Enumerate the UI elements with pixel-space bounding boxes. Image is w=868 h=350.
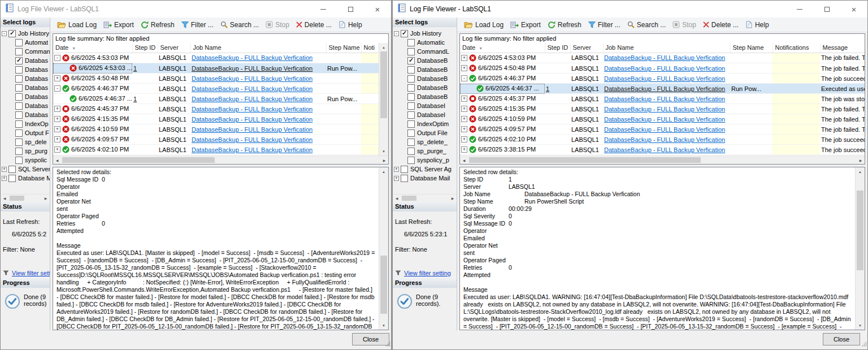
job-name-link[interactable]: DatabaseBackup - FULL Backup Verfication: [604, 65, 725, 72]
log-row[interactable]: +6/6/2025 4:15:35 PMLABSQL1DatabaseBacku…: [460, 104, 865, 114]
log-row[interactable]: +6/6/2025 4:50:48 PMLABSQL1DatabaseBacku…: [53, 74, 379, 84]
column-header-job[interactable]: Job Name: [190, 43, 326, 53]
job-name-link[interactable]: DatabaseBackup - FULL Backup Verfication: [604, 85, 725, 92]
tree-item[interactable]: +Database M: [1, 174, 50, 183]
scroll-track[interactable]: [61, 156, 380, 164]
toolbar-delete-button[interactable]: Delete ...: [293, 20, 335, 30]
collapse-icon[interactable]: -: [461, 75, 467, 81]
expand-icon[interactable]: +: [461, 65, 467, 71]
tree-item[interactable]: Output File: [393, 128, 457, 137]
expand-icon[interactable]: +: [2, 176, 7, 181]
tree-item[interactable]: Databas: [1, 65, 50, 74]
close-dialog-button[interactable]: Close: [823, 333, 860, 345]
view-filter-settings-link[interactable]: View filter sett: [12, 270, 50, 276]
checkbox[interactable]: [407, 148, 415, 155]
toolbar-load-log-button[interactable]: Load Log: [461, 20, 507, 30]
job-name-link[interactable]: DatabaseBackup - FULL Backup Verfication: [192, 116, 313, 123]
checkbox[interactable]: [407, 120, 415, 128]
log-row[interactable]: +6/6/2025 4:50:48 PMLABSQL1DatabaseBacku…: [460, 63, 865, 74]
tree-item[interactable]: +SQL Server Ag: [393, 165, 457, 174]
checkbox[interactable]: [401, 175, 408, 182]
scroll-right-icon[interactable]: ▶: [42, 196, 50, 200]
tree-item[interactable]: +Database Mail: [393, 174, 457, 183]
tree-item[interactable]: +SQL Server: [1, 165, 50, 174]
log-row[interactable]: +6/6/2025 4:02:10 PMLABSQL1DatabaseBacku…: [53, 145, 379, 155]
grid-horizontal-scrollbar[interactable]: ◀▶: [53, 155, 388, 164]
tree-item[interactable]: sp_delete_: [393, 137, 457, 146]
scroll-down-icon[interactable]: ▼: [856, 321, 865, 330]
column-header-server[interactable]: Server: [158, 43, 190, 53]
expand-icon[interactable]: +: [2, 167, 7, 172]
column-header-stepname[interactable]: Step Name: [730, 43, 772, 53]
log-row[interactable]: +6/6/2025 4:02:10 PMLABSQL1DatabaseBacku…: [460, 135, 865, 145]
minimize-button[interactable]: [310, 1, 337, 18]
column-header-stepname[interactable]: Step Name: [326, 43, 361, 53]
checkbox[interactable]: [15, 57, 23, 64]
toolbar-export-button[interactable]: Export: [100, 20, 137, 30]
checkbox[interactable]: [15, 84, 23, 92]
expand-icon[interactable]: +: [54, 75, 60, 81]
collapse-icon[interactable]: -: [2, 31, 7, 36]
toolbar-export-button[interactable]: Export: [507, 20, 544, 30]
resize-grip[interactable]: [385, 339, 390, 349]
toolbar-help-button[interactable]: Help: [335, 20, 366, 30]
checkbox[interactable]: [8, 175, 16, 182]
tree-item[interactable]: DatabaseB: [393, 74, 457, 83]
checkbox[interactable]: [15, 93, 23, 101]
tree-item[interactable]: Output F: [1, 128, 50, 137]
details-vertical-scrollbar[interactable]: ▲▼: [855, 167, 865, 330]
checkbox[interactable]: [407, 157, 415, 164]
toolbar-filter-button[interactable]: Filter ...: [178, 20, 217, 30]
log-row[interactable]: +6/6/2025 4:53:03 PMLABSQL1DatabaseBacku…: [460, 53, 865, 63]
log-row[interactable]: +6/6/2025 4:09:57 PMLABSQL1DatabaseBacku…: [53, 135, 379, 145]
job-name-link[interactable]: DatabaseBackup - FULL Backup Verfication: [192, 146, 313, 153]
checkbox[interactable]: [401, 166, 408, 173]
tree-item[interactable]: sp_dele: [1, 137, 50, 146]
tree-item[interactable]: DatabaseB: [393, 56, 457, 65]
checkbox[interactable]: [15, 48, 23, 55]
tree-item[interactable]: IndexOp: [1, 119, 50, 128]
tree-item[interactable]: Databas: [1, 83, 50, 92]
job-name-link[interactable]: DatabaseBackup - FULL Backup Verfication: [192, 75, 313, 82]
scroll-track[interactable]: [401, 195, 449, 202]
expand-icon[interactable]: +: [461, 96, 467, 102]
maximize-button[interactable]: [337, 1, 364, 18]
expand-icon[interactable]: +: [54, 136, 60, 142]
column-header-date[interactable]: Date▼: [53, 43, 132, 53]
job-name-link[interactable]: DatabaseBackup - FULL Backup Verfication: [192, 96, 313, 102]
checkbox[interactable]: [407, 129, 415, 137]
toolbar-refresh-button[interactable]: Refresh: [137, 20, 178, 30]
scroll-up-icon[interactable]: ▲: [379, 43, 388, 51]
checkbox[interactable]: [15, 120, 23, 128]
checkbox[interactable]: [8, 30, 16, 37]
log-row[interactable]: -6/6/2025 4:46:37 PMLABSQL1DatabaseBacku…: [460, 74, 865, 84]
tree-item[interactable]: syspolicy_p: [393, 155, 457, 165]
expand-icon[interactable]: +: [461, 106, 467, 112]
toolbar-search-button[interactable]: Search ...: [624, 20, 669, 30]
grid-horizontal-scrollbar[interactable]: ◀▶: [460, 155, 865, 164]
expand-icon[interactable]: +: [54, 146, 60, 153]
toolbar-delete-button[interactable]: Delete ...: [700, 20, 742, 30]
expand-icon[interactable]: +: [54, 106, 60, 112]
log-row[interactable]: 6/6/2025 4:46:37 ...1LABSQL1DatabaseBack…: [460, 84, 865, 94]
scroll-left-icon[interactable]: ◀: [53, 158, 61, 162]
checkbox[interactable]: [15, 157, 23, 164]
collapse-icon[interactable]: -: [54, 55, 60, 61]
tree-item[interactable]: Databas: [1, 110, 50, 119]
scroll-down-icon[interactable]: ▼: [379, 147, 388, 155]
log-row[interactable]: -6/6/2025 4:53:03 PMLABSQL1DatabaseBacku…: [53, 53, 379, 63]
job-name-link[interactable]: DatabaseBackup - FULL Backup Verfication: [604, 136, 725, 143]
scroll-track[interactable]: [379, 51, 388, 147]
toolbar-load-log-button[interactable]: Load Log: [54, 20, 100, 30]
checkbox[interactable]: [407, 39, 415, 46]
job-name-link[interactable]: DatabaseBackup - FULL Backup Verfication: [192, 106, 313, 113]
expand-icon[interactable]: +: [461, 55, 467, 61]
sidebar-horizontal-scrollbar[interactable]: ◀▶: [393, 194, 457, 202]
expand-icon[interactable]: +: [54, 126, 60, 132]
checkbox[interactable]: [401, 30, 408, 37]
checkbox[interactable]: [8, 166, 16, 173]
checkbox[interactable]: [407, 57, 415, 64]
checkbox[interactable]: [407, 93, 415, 101]
checkbox[interactable]: [15, 102, 23, 110]
scroll-track[interactable]: [468, 156, 857, 164]
